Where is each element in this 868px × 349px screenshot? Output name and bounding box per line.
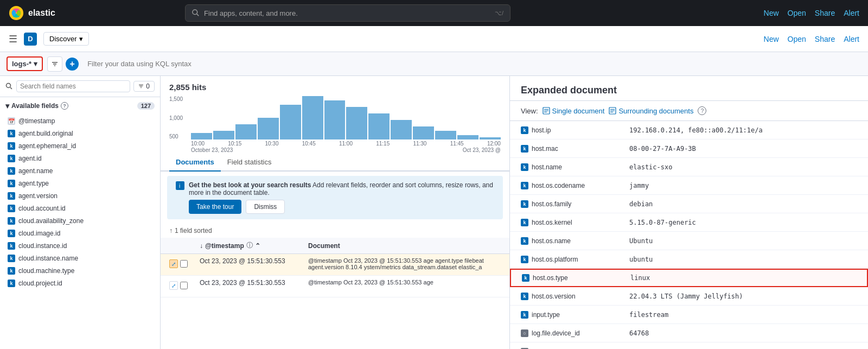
documents-table: ↓ @timestamp ⓘ ⌃ Document ⤢ Oct 23, 2023… <box>161 238 509 349</box>
th-controls <box>165 243 195 249</box>
open-nav-button[interactable]: Open <box>788 35 806 43</box>
field-item-cloud-account[interactable]: k cloud.account.id <box>2 202 158 214</box>
info-banner: i Get the best look at your search resul… <box>167 176 503 219</box>
view-selector-row: View: Single document Surrounding docume… <box>510 101 868 121</box>
x-label-1200: 12:00 <box>487 141 501 147</box>
single-doc-label: Single document <box>552 107 605 115</box>
add-filter-button[interactable]: + <box>66 58 79 71</box>
row-document: @timestamp Oct 23, 2023 @ 15:51:30.553 a… <box>304 276 505 289</box>
th-document: Document <box>304 239 505 253</box>
x-label-1100: 11:00 <box>339 141 353 147</box>
svg-point-0 <box>9 6 23 20</box>
field-item-agent-version[interactable]: k agent.version <box>2 190 158 202</box>
field-search-input[interactable] <box>16 80 130 92</box>
timestamp-info-icon: ⓘ <box>246 241 253 250</box>
field-name: agent.name <box>18 167 53 175</box>
filter-options-button[interactable] <box>47 56 62 72</box>
x-label-1030: 10:30 <box>265 141 278 147</box>
field-item-agent-id[interactable]: k agent.id <box>2 153 158 164</box>
expanded-field-name: ○ log.file.device_id <box>521 329 629 337</box>
field-label: host.os.kernel <box>532 219 572 226</box>
x-label-1015: 10:15 <box>228 141 241 147</box>
share-button[interactable]: Share <box>815 9 835 17</box>
field-label: host.os.platform <box>532 256 578 263</box>
field-item-agent-name[interactable]: k agent.name <box>2 165 158 177</box>
expanded-field-name: k host.os.version <box>521 293 629 300</box>
help-icon[interactable]: ? <box>698 106 706 115</box>
k-field-icon: k <box>8 130 15 137</box>
field-label: host.os.name <box>532 237 571 245</box>
field-item-cloud-az[interactable]: k cloud.availability_zone <box>2 215 158 227</box>
field-label: host.os.version <box>532 293 576 300</box>
tab-documents[interactable]: Documents <box>169 154 221 172</box>
filter-bar: logs-* ▾ + <box>0 52 868 76</box>
fields-list: 📅 @timestamp k agent.build.original k ag… <box>0 115 160 349</box>
expanded-field-value: ubuntu <box>629 256 857 263</box>
field-item-cloud-image[interactable]: k cloud.image.id <box>2 227 158 239</box>
field-item-agent-build[interactable]: k agent.build.original <box>2 128 158 139</box>
field-filter-count[interactable]: 0 <box>133 81 155 92</box>
take-tour-button[interactable]: Take the tour <box>189 200 241 214</box>
global-search[interactable]: Find apps, content, and more. ⌥/ <box>185 4 510 22</box>
field-item-agent-type[interactable]: k agent.type <box>2 177 158 189</box>
field-name: agent.id <box>18 155 42 162</box>
k-field-icon: k <box>8 155 15 162</box>
new-button[interactable]: New <box>764 9 779 17</box>
expanded-row-host-os-platform: k host.os.platform ubuntu <box>510 250 868 269</box>
expanded-field-value: 192.168.0.214, fe80::a00.2/11:1e/a <box>629 126 857 134</box>
field-item-cloud-instance-id[interactable]: k cloud.instance.id <box>2 240 158 252</box>
app-name-dropdown[interactable]: Discover ▾ <box>43 32 89 46</box>
field-item-agent-ephemeral[interactable]: k agent.ephemeral_id <box>2 140 158 152</box>
help-icon[interactable]: ? <box>61 102 68 110</box>
expanded-field-name: k host.ip <box>521 126 629 134</box>
single-document-link[interactable]: Single document <box>542 107 605 115</box>
share-nav-button[interactable]: Share <box>815 35 835 43</box>
x-label-1115: 11:15 <box>376 141 390 147</box>
k-icon: k <box>522 274 529 282</box>
expanded-field-name: k host.os.type <box>522 274 630 282</box>
expanded-field-value: Ubuntu <box>629 237 857 245</box>
field-item-cloud-machine-type[interactable]: k cloud.machine.type <box>2 265 158 277</box>
tab-field-statistics[interactable]: Field statistics <box>221 154 278 172</box>
new-nav-button[interactable]: New <box>764 35 779 43</box>
hamburger-menu[interactable]: ☰ <box>9 33 17 45</box>
alert-nav-button[interactable]: Alert <box>844 35 859 43</box>
app-logo-text: elastic <box>28 8 55 18</box>
k-field-icon: k <box>8 142 15 150</box>
field-item-cloud-instance-name[interactable]: k cloud.instance.name <box>2 252 158 264</box>
table-row: ⤢ Oct 23, 2023 @ 15:51:30.553 @timestamp… <box>161 254 509 276</box>
table-header: ↓ @timestamp ⓘ ⌃ Document <box>161 238 509 254</box>
field-item-timestamp[interactable]: 📅 @timestamp <box>2 115 158 127</box>
k-icon: k <box>521 311 528 319</box>
surrounding-docs-link[interactable]: Surrounding documents <box>609 107 693 115</box>
collapse-icon[interactable]: ▾ <box>5 101 9 110</box>
fields-sidebar: 0 ▾ Available fields ? 127 📅 @timestamp … <box>0 76 161 349</box>
chart-date-right: Oct 23, 2023 @ <box>463 147 501 153</box>
x-label-1000: 10:00 <box>191 141 205 147</box>
svg-point-4 <box>17 10 21 16</box>
row-checkbox[interactable] <box>180 260 188 268</box>
expanded-field-value: 64768 <box>629 329 857 337</box>
expanded-row-log-device-id: ○ log.file.device_id 64768 <box>510 324 868 342</box>
dismiss-button[interactable]: Dismiss <box>246 200 285 214</box>
main-layout: 0 ▾ Available fields ? 127 📅 @timestamp … <box>0 76 868 349</box>
app-name-label: Discover <box>49 35 77 43</box>
alert-button[interactable]: Alert <box>844 9 859 17</box>
chart-date-labels: October 23, 2023 Oct 23, 2023 @ <box>191 147 501 153</box>
kql-filter-input[interactable] <box>83 60 861 68</box>
top-nav-actions: New Open Share Alert <box>764 9 859 17</box>
index-pattern-dropdown[interactable]: logs-* ▾ <box>7 56 43 71</box>
chart-x-labels: 10:00 10:15 10:30 10:45 11:00 11:15 11:3… <box>191 141 501 147</box>
open-button[interactable]: Open <box>788 9 806 17</box>
info-banner-actions: Take the tour Dismiss <box>189 200 494 214</box>
expand-row-button[interactable]: ⤢ <box>169 259 178 268</box>
expanded-row-host-name: k host.name elastic-sxo <box>510 158 868 176</box>
th-timestamp[interactable]: ↓ @timestamp ⓘ ⌃ <box>195 238 304 253</box>
row-checkbox[interactable] <box>180 282 188 289</box>
k-icon: k <box>521 163 528 171</box>
surrounding-docs-label: Surrounding documents <box>618 107 693 115</box>
expand-row-button[interactable]: ⤢ <box>169 281 178 290</box>
field-label: log.file.device_id <box>532 329 580 337</box>
elastic-logo[interactable]: elastic <box>9 5 55 21</box>
field-item-cloud-project[interactable]: k cloud.project.id <box>2 277 158 289</box>
